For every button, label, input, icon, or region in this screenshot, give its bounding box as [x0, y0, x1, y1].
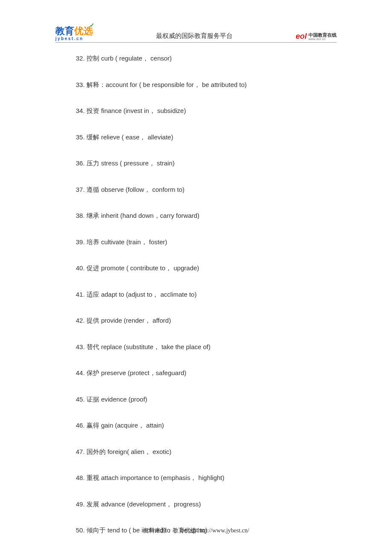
logo-jybest-url: jybest.cn — [55, 37, 84, 41]
logo-text-orange: 优选✓ — [74, 26, 93, 36]
list-item: 43. 替代 replace (substitute， take the pla… — [76, 343, 337, 351]
document-page: 教育优选✓ jybest.cn 最权威的国际教育服务平台 eol 中国教育在线 … — [0, 0, 392, 535]
logo-text-blue: 教育 — [55, 26, 74, 36]
list-item: 44. 保护 preserve (protect，safeguard) — [76, 369, 337, 377]
list-item: 46. 赢得 gain (acquire， attain) — [76, 422, 337, 430]
eol-url: www.eol.cn — [308, 38, 337, 40]
list-item: 33. 解释：account for ( be responsible for，… — [76, 81, 337, 89]
header-title: 最权威的国际教育服务平台 — [93, 32, 296, 41]
list-item: 39. 培养 cultivate (train， foster) — [76, 238, 337, 246]
logo-jybest-main: 教育优选✓ — [55, 26, 93, 36]
page-footer: 资料来源：教育优选 http://www.jybest.cn/ — [0, 527, 392, 535]
eol-mark-icon: eol — [296, 32, 307, 41]
list-item: 41. 适应 adapt to (adjust to， acclimate to… — [76, 291, 337, 299]
vocabulary-list: 32. 控制 curb ( regulate， censor) 33. 解释：a… — [55, 55, 337, 535]
list-item: 47. 国外的 foreign( alien， exotic) — [76, 448, 337, 456]
page-header: 教育优选✓ jybest.cn 最权威的国际教育服务平台 eol 中国教育在线 … — [55, 26, 337, 43]
check-icon: ✓ — [89, 22, 95, 28]
eol-text: 中国教育在线 www.eol.cn — [308, 33, 337, 40]
logo-eol: eol 中国教育在线 www.eol.cn — [296, 32, 337, 41]
list-item: 48. 重视 attach importance to (emphasis， h… — [76, 474, 337, 482]
list-item: 36. 压力 stress ( pressure， strain) — [76, 159, 337, 168]
logo-jybest: 教育优选✓ jybest.cn — [55, 26, 93, 41]
list-item: 34. 投资 finance (invest in， subsidize) — [76, 107, 337, 115]
list-item: 49. 发展 advance (development， progress) — [76, 500, 337, 509]
list-item: 45. 证据 evidence (proof) — [76, 396, 337, 404]
list-item: 32. 控制 curb ( regulate， censor) — [76, 55, 337, 63]
list-item: 35. 缓解 relieve ( ease， alleviate) — [76, 133, 337, 142]
list-item: 40. 促进 promote ( contribute to， upgrade) — [76, 264, 337, 272]
eol-cn: 中国教育在线 — [308, 33, 337, 38]
list-item: 38. 继承 inherit (hand down，carry forward) — [76, 212, 337, 220]
list-item: 37. 遵循 observe (follow， conform to) — [76, 186, 337, 194]
list-item: 42. 提供 provide (render， afford) — [76, 317, 337, 325]
